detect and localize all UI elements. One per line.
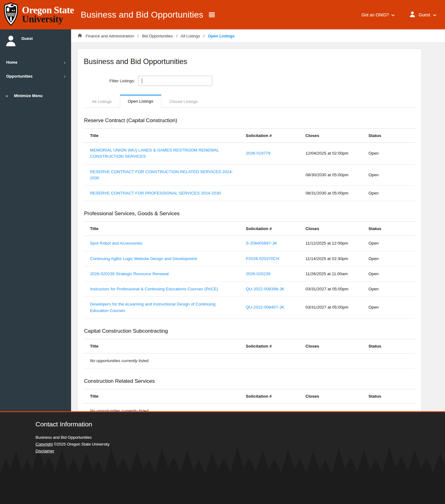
main-area: Finance and Administration/Bid Opportuni… bbox=[71, 29, 445, 411]
listings-table: TitleSolicitation #ClosesStatusMEMORIAL … bbox=[84, 128, 415, 201]
table-row: RESERVE CONTRACT FOR CONSTRUCTION RELATE… bbox=[84, 164, 415, 186]
user-menu[interactable]: Guest bbox=[409, 11, 436, 19]
table-header-row: TitleSolicitation #ClosesStatus bbox=[84, 389, 415, 404]
header-right: Got an ONID? Guest bbox=[362, 11, 436, 19]
status-cell: Open bbox=[362, 282, 415, 297]
solicitation-cell bbox=[239, 186, 299, 201]
empty-note-cell: No opportunities currently listed. bbox=[84, 353, 415, 368]
listing-title-link[interactable]: RESERVE CONTRACT FOR CONSTRUCTION RELATE… bbox=[90, 169, 233, 180]
title-cell: Continuing AgBiz Logic Website Design an… bbox=[84, 251, 239, 266]
closes-cell: 03/31/2027 at 05:00pm bbox=[299, 282, 362, 297]
breadcrumb-link[interactable]: Bid Opportunities bbox=[142, 34, 173, 38]
app-header: Oregon State University Business and Bid… bbox=[0, 0, 445, 29]
column-header: Title bbox=[84, 339, 239, 353]
title-cell: Developers for the eLearning and Instruc… bbox=[84, 297, 239, 318]
listings-tabs: All ListingsOpen ListingsClosed Listings bbox=[84, 95, 415, 108]
status-cell: Open bbox=[362, 251, 415, 266]
footer-copyright-row: Copyright ©2025 Oregon State University bbox=[36, 442, 445, 446]
title-cell: Spot Robot and Accessories bbox=[84, 236, 239, 251]
column-header: Status bbox=[362, 129, 415, 143]
column-header: Solicitation # bbox=[239, 129, 299, 143]
listings-sections: Reserve Contract (Capital Construction)T… bbox=[84, 117, 415, 419]
listings-table: TitleSolicitation #ClosesStatusSpot Robo… bbox=[84, 221, 415, 318]
filter-input-wrap bbox=[138, 76, 212, 86]
solicitation-link[interactable]: S-208405697-JK bbox=[246, 241, 277, 246]
page-title: Business and Bid Opportunities bbox=[84, 57, 415, 66]
breadcrumb-separator: / bbox=[203, 34, 205, 38]
empty-note-row: No opportunities currently listed. bbox=[84, 353, 415, 368]
osu-logo[interactable]: Oregon State University bbox=[4, 2, 74, 27]
status-cell: Open bbox=[362, 236, 415, 251]
listing-title-link[interactable]: MEMORIAL UNION (MU) LANES & GAMES RESTRO… bbox=[90, 148, 219, 159]
app-footer: Contact Information Business and Bid Opp… bbox=[0, 411, 445, 504]
table-row: MEMORIAL UNION (MU) LANES & GAMES RESTRO… bbox=[84, 143, 415, 164]
table-row: 2026-020239 Strategic Resource Renewal20… bbox=[84, 266, 415, 281]
body-row: Guest Home›Opportunities› « Minimize Men… bbox=[0, 29, 445, 411]
column-header: Status bbox=[362, 389, 415, 404]
listings-card: Business and Bid Opportunities Filter Li… bbox=[77, 49, 422, 432]
solicitation-cell: 2026-019779 bbox=[239, 143, 299, 164]
sidebar-item-opportunities[interactable]: Opportunities› bbox=[0, 70, 71, 83]
tab-closed-listings[interactable]: Closed Listings bbox=[161, 95, 206, 108]
tab-all-listings[interactable]: All Listings bbox=[84, 95, 120, 108]
onid-menu[interactable]: Got an ONID? bbox=[362, 12, 395, 17]
filter-row: Filter Listings: bbox=[84, 76, 415, 86]
sidebar-user-label: Guest bbox=[21, 36, 33, 41]
column-header: Title bbox=[84, 389, 239, 404]
listing-title-link[interactable]: Continuing AgBiz Logic Website Design an… bbox=[90, 256, 197, 261]
column-header: Status bbox=[362, 339, 415, 353]
osu-crest-icon bbox=[4, 2, 18, 27]
title-cell: MEMORIAL UNION (MU) LANES & GAMES RESTRO… bbox=[84, 143, 239, 164]
section-heading: Construction Related Services bbox=[84, 378, 415, 384]
menu-icon[interactable] bbox=[209, 12, 215, 17]
osu-wordmark-line2: University bbox=[22, 15, 74, 24]
table-row: Developers for the eLearning and Instruc… bbox=[84, 297, 415, 318]
solicitation-link[interactable]: QU-2022-008398-JK bbox=[246, 287, 284, 291]
home-icon[interactable] bbox=[78, 33, 82, 39]
chevron-right-icon: › bbox=[64, 60, 66, 65]
column-header: Status bbox=[362, 222, 415, 236]
breadcrumb: Finance and Administration/Bid Opportuni… bbox=[71, 29, 445, 43]
column-header: Closes bbox=[299, 222, 362, 236]
section-heading: Professional Services, Goods & Services bbox=[84, 211, 415, 217]
column-header: Solicitation # bbox=[239, 339, 299, 353]
tab-open-listings[interactable]: Open Listings bbox=[120, 95, 162, 108]
sidebar-item-label: Opportunities bbox=[6, 74, 32, 79]
solicitation-cell: 2026-020239 bbox=[239, 266, 299, 281]
copyright-link[interactable]: Copyright bbox=[36, 442, 53, 446]
solicitation-link[interactable]: QU-2022-008407-JK bbox=[246, 305, 284, 310]
content-area: Business and Bid Opportunities Filter Li… bbox=[71, 43, 445, 432]
text-caret bbox=[142, 78, 142, 83]
sidebar-item-minimize-menu[interactable]: « Minimize Menu bbox=[0, 89, 71, 102]
closes-cell: 11/12/2025 at 12:00pm bbox=[299, 236, 362, 251]
listing-title-link[interactable]: RESERVE CONTRACT FOR PROFESSIONAL SERVIC… bbox=[90, 191, 221, 195]
breadcrumb-link[interactable]: All Listings bbox=[181, 34, 200, 38]
breadcrumb-link[interactable]: Finance and Administration bbox=[86, 34, 134, 38]
solicitation-link[interactable]: 2026-019779 bbox=[246, 151, 270, 156]
chevron-right-icon: › bbox=[64, 74, 66, 79]
listing-title-link[interactable]: Developers for the eLearning and Instruc… bbox=[90, 302, 215, 313]
sidebar-nav: Home›Opportunities› bbox=[0, 56, 71, 83]
status-cell: Open bbox=[362, 164, 415, 186]
solicitation-link[interactable]: 2026-020239 bbox=[246, 271, 270, 276]
avatar bbox=[5, 34, 17, 49]
breadcrumb-separator: / bbox=[138, 34, 139, 38]
listing-title-link[interactable]: Instructors for Professional & Continuin… bbox=[90, 287, 218, 291]
site-title[interactable]: Business and Bid Opportunities bbox=[81, 10, 203, 20]
breadcrumb-separator: / bbox=[176, 34, 177, 38]
status-cell: Open bbox=[362, 266, 415, 281]
sidebar-item-home[interactable]: Home› bbox=[0, 56, 71, 69]
column-header: Closes bbox=[299, 129, 362, 143]
sidebar-user: Guest bbox=[0, 34, 71, 49]
disclaimer-link[interactable]: Disclaimer bbox=[36, 449, 54, 453]
onid-label: Got an ONID? bbox=[362, 12, 389, 17]
listing-title-link[interactable]: Spot Robot and Accessories bbox=[90, 241, 142, 246]
section-heading: Capital Construction Subcontracting bbox=[84, 328, 415, 334]
closes-cell: 12/04/2025 at 02:00pm bbox=[299, 143, 362, 164]
user-menu-label: Guest bbox=[419, 12, 430, 17]
listing-title-link[interactable]: 2026-020239 Strategic Resource Renewal bbox=[90, 271, 168, 276]
column-header: Title bbox=[84, 129, 239, 143]
closes-cell: 11/26/2025 at 11:00am bbox=[299, 266, 362, 281]
filter-listings-input[interactable] bbox=[138, 76, 212, 86]
solicitation-link[interactable]: P2026-020370CH bbox=[246, 256, 279, 261]
